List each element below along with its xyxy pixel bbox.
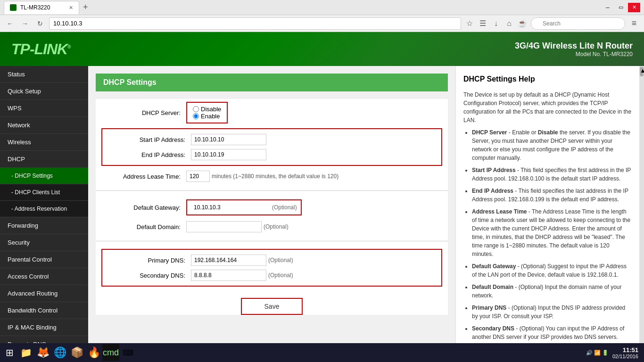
taskbar-firefox[interactable]: 🦊: [34, 344, 51, 361]
dns-box: Primary DNS: (Optional) Secondary DNS: (…: [101, 249, 442, 287]
sidebar-item-wireless[interactable]: Wireless: [0, 134, 88, 151]
end-ip-input[interactable]: [191, 149, 266, 160]
forward-button[interactable]: →: [19, 17, 31, 30]
sidebar-item-security[interactable]: Security: [0, 234, 88, 251]
gateway-input[interactable]: [191, 202, 266, 213]
taskbar-file-manager[interactable]: 📁: [17, 344, 34, 361]
sidebar-item-forwarding[interactable]: Forwarding: [0, 217, 88, 234]
domain-row: Default Domain: (Optional): [96, 218, 448, 235]
tab-favicon: [10, 4, 17, 11]
download-icon[interactable]: ↓: [490, 18, 502, 29]
taskbar-time: 11:51: [612, 346, 638, 354]
sidebar-item-ip-mac-binding[interactable]: IP & MAC Binding: [0, 319, 88, 336]
tab-title: TL-MR3220: [20, 4, 50, 11]
browser-toolbar: ← → ↻ ☆ ☰ ↓ ⌂ ☕ 🔍 ≡: [0, 15, 644, 32]
search-input[interactable]: [531, 17, 625, 30]
help-item-secondary-dns: Secondary DNS - (Optional) You can input…: [472, 324, 632, 341]
window-controls: ─ ▭ ✕: [602, 3, 640, 12]
sidebar-item-dhcp-clients[interactable]: - DHCP Clients List: [0, 184, 88, 201]
sidebar-item-access-control[interactable]: Access Control: [0, 268, 88, 285]
start-button[interactable]: ⊞: [2, 347, 17, 358]
page-wrapper: TP-LINK® 3G/4G Wireless Lite N Router Mo…: [0, 32, 644, 362]
shield-icon[interactable]: ☕: [517, 18, 528, 29]
dhcp-disable-text: Disable: [201, 106, 221, 113]
help-item-start-ip: Start IP Address - This field specifies …: [472, 166, 632, 183]
primary-dns-row: Primary DNS: (Optional): [106, 253, 438, 268]
taskbar-clock: 11:51 02/11/2016: [612, 346, 638, 359]
lease-time-input[interactable]: [186, 171, 210, 182]
start-ip-label: Start IP Address:: [106, 136, 191, 143]
dhcp-form: DHCP Server: Disable Enable: [96, 99, 448, 315]
sidebar-item-network[interactable]: Network: [0, 117, 88, 134]
taskbar-terminal[interactable]: cmd: [102, 344, 119, 361]
gateway-label: Default Gateway:: [101, 204, 186, 211]
start-ip-input[interactable]: [191, 134, 266, 145]
help-item-domain: Default Domain - (Optional) Input the do…: [472, 283, 632, 300]
sidebar-item-dhcp[interactable]: DHCP: [0, 151, 88, 168]
product-name: 3G/4G Wireless Lite N Router: [515, 41, 633, 51]
sidebar-item-status[interactable]: Status: [0, 66, 88, 83]
help-item-end-ip: End IP Address - This field specifies th…: [472, 187, 632, 204]
taskbar-virtualbox[interactable]: 📦: [68, 344, 85, 361]
taskbar-system-icons: 🔊 📶 🔋: [586, 350, 609, 356]
secondary-dns-input[interactable]: [191, 270, 266, 281]
help-item-gateway: Default Gateway - (Optional) Suggest to …: [472, 262, 632, 279]
help-intro: The Device is set up by default as a DHC…: [463, 90, 632, 124]
domain-input[interactable]: [186, 221, 262, 232]
dhcp-server-label: DHCP Server:: [101, 109, 186, 116]
browser-titlebar: TL-MR3220 ✕ + ─ ▭ ✕: [0, 0, 644, 15]
model-number: Model No. TL-MR3220: [515, 51, 633, 58]
tp-product-info: 3G/4G Wireless Lite N Router Model No. T…: [515, 41, 633, 58]
help-item-primary-dns: Primary DNS - (Optional) Input the DNS I…: [472, 304, 632, 321]
browser-tab[interactable]: TL-MR3220 ✕: [4, 1, 79, 14]
menu-button[interactable]: ≡: [628, 17, 640, 30]
new-tab-button[interactable]: +: [81, 2, 90, 12]
section-header: DHCP Settings: [96, 74, 448, 91]
home-icon[interactable]: ⌂: [504, 18, 515, 29]
sidebar-item-wps[interactable]: WPS: [0, 100, 88, 117]
sidebar: Status Quick Setup WPS Network Wireless …: [0, 66, 88, 362]
help-title: DHCP Settings Help: [463, 74, 632, 85]
primary-dns-optional: (Optional): [268, 257, 293, 263]
gateway-optional: (Optional): [272, 204, 297, 211]
sidebar-item-quick-setup[interactable]: Quick Setup: [0, 83, 88, 100]
maximize-button[interactable]: ▭: [615, 3, 627, 12]
right-scrollbar[interactable]: ▲: [639, 66, 644, 362]
taskbar-kbd[interactable]: ⌨: [119, 344, 136, 361]
sidebar-item-address-reservation[interactable]: - Address Reservation: [0, 201, 88, 217]
address-bar[interactable]: [49, 17, 461, 30]
refresh-button[interactable]: ↻: [34, 17, 46, 30]
dhcp-disable-radio[interactable]: [193, 106, 199, 112]
sidebar-item-bandwidth-control[interactable]: Bandwidth Control: [0, 302, 88, 319]
gateway-box: (Optional): [186, 199, 302, 215]
sidebar-item-advanced-routing[interactable]: Advanced Routing: [0, 285, 88, 302]
sidebar-item-dhcp-settings[interactable]: - DHCP Settings: [0, 168, 88, 184]
save-button-wrap: Save: [96, 298, 448, 315]
reader-icon[interactable]: ☰: [477, 18, 488, 29]
domain-label: Default Domain:: [101, 223, 186, 230]
end-ip-row: End IP Address:: [106, 147, 438, 162]
dhcp-enable-radio[interactable]: [193, 113, 199, 119]
dhcp-disable-label[interactable]: Disable: [193, 106, 221, 113]
lease-time-label: Address Lease Time:: [101, 173, 186, 180]
close-button[interactable]: ✕: [628, 3, 640, 12]
tab-close-button[interactable]: ✕: [69, 5, 73, 11]
dhcp-server-row: DHCP Server: Disable Enable: [96, 99, 448, 126]
minimize-button[interactable]: ─: [602, 3, 614, 12]
bookmark-icon[interactable]: ☆: [464, 18, 475, 29]
sidebar-item-parental-control[interactable]: Parental Control: [0, 251, 88, 268]
taskbar-date: 02/11/2016: [612, 354, 638, 359]
back-button[interactable]: ←: [4, 17, 16, 30]
tp-logo: TP-LINK®: [11, 41, 71, 58]
taskbar-chrome[interactable]: 🌐: [51, 344, 68, 361]
scrollbar-up[interactable]: ▲: [640, 67, 644, 76]
secondary-dns-label: Secondary DNS:: [106, 272, 191, 279]
dhcp-enable-label[interactable]: Enable: [193, 113, 221, 120]
divider-2: [96, 241, 448, 241]
taskbar-firefox2[interactable]: 🔥: [85, 344, 102, 361]
end-ip-label: End IP Address:: [106, 151, 191, 158]
lease-time-suffix: minutes (1~2880 minutes, the default val…: [212, 173, 339, 180]
save-button[interactable]: Save: [241, 298, 303, 315]
secondary-dns-optional: (Optional): [268, 272, 293, 279]
primary-dns-input[interactable]: [191, 255, 266, 266]
